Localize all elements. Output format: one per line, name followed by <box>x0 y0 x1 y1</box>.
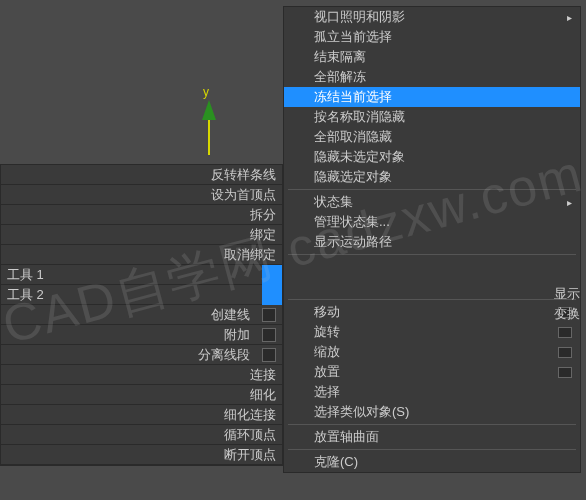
menu-item-hide-selected[interactable]: 隐藏选定对象 <box>284 167 580 187</box>
tool-2-color-swatch[interactable] <box>262 285 282 305</box>
context-menu: 视口照明和阴影 孤立当前选择 结束隔离 全部解冻 冻结当前选择 按名称取消隐藏 … <box>283 6 581 473</box>
menu-item-unhide-by-name[interactable]: 按名称取消隐藏 <box>284 107 580 127</box>
menu-item-freeze-selection[interactable]: 冻结当前选择 <box>284 87 580 107</box>
panel-item-create-line[interactable]: 创建线 <box>1 305 282 325</box>
menu-item-rotate[interactable]: 旋转 <box>284 322 580 342</box>
menu-item-isolate-selection[interactable]: 孤立当前选择 <box>284 27 580 47</box>
menu-item-unhide-all[interactable]: 全部取消隐藏 <box>284 127 580 147</box>
svg-marker-0 <box>202 100 216 120</box>
menu-item-manage-state-sets[interactable]: 管理状态集... <box>284 212 580 232</box>
menu-item-move[interactable]: 移动 <box>284 302 580 322</box>
right-label-column: 显示 变换 <box>547 284 583 324</box>
menu-item-end-isolate[interactable]: 结束隔离 <box>284 47 580 67</box>
menu-item-clone[interactable]: 克隆(C) <box>284 452 580 472</box>
menu-separator-3 <box>288 299 576 300</box>
panel-item-detach-segment[interactable]: 分离线段 <box>1 345 282 365</box>
panel-item-attach[interactable]: 附加 <box>1 325 282 345</box>
panel-item-refine-connect[interactable]: 细化连接 <box>1 405 282 425</box>
panel-item-connect[interactable]: 连接 <box>1 365 282 385</box>
menu-item-place-axis-surface[interactable]: 放置轴曲面 <box>284 427 580 447</box>
menu-item-unfreeze-all[interactable]: 全部解冻 <box>284 67 580 87</box>
place-checkbox-icon[interactable] <box>558 367 572 378</box>
scale-checkbox-icon[interactable] <box>558 347 572 358</box>
panel-tool-row-2[interactable]: 工具 2 <box>1 285 282 305</box>
menu-separator-4 <box>288 424 576 425</box>
axis-y-arrow-icon <box>199 100 219 155</box>
menu-item-viewport-lighting[interactable]: 视口照明和阴影 <box>284 7 580 27</box>
transform-label: 变换 <box>547 304 583 324</box>
menu-item-scale[interactable]: 缩放 <box>284 342 580 362</box>
menu-item-show-motion-paths[interactable]: 显示运动路径 <box>284 232 580 252</box>
panel-tool-row-1[interactable]: 工具 1 <box>1 265 282 285</box>
menu-separator-2 <box>288 254 576 255</box>
menu-separator-1 <box>288 189 576 190</box>
axis-y-label: y <box>203 85 209 99</box>
menu-item-select[interactable]: 选择 <box>284 382 580 402</box>
panel-item-unbind[interactable]: 取消绑定 <box>1 245 282 265</box>
menu-spacer-1 <box>284 257 580 277</box>
panel-item-bind[interactable]: 绑定 <box>1 225 282 245</box>
menu-separator-5 <box>288 449 576 450</box>
panel-item-break-vertex[interactable]: 断开顶点 <box>1 445 282 465</box>
attach-checkbox[interactable] <box>262 328 276 342</box>
menu-item-select-similar[interactable]: 选择类似对象(S) <box>284 402 580 422</box>
detach-checkbox[interactable] <box>262 348 276 362</box>
menu-spacer-2 <box>284 277 580 297</box>
panel-item-make-first-vertex[interactable]: 设为首顶点 <box>1 185 282 205</box>
viewport-axis-gizmo: y <box>195 85 225 155</box>
menu-item-hide-unselected[interactable]: 隐藏未选定对象 <box>284 147 580 167</box>
panel-item-reverse-spline[interactable]: 反转样条线 <box>1 165 282 185</box>
menu-item-state-sets[interactable]: 状态集 <box>284 192 580 212</box>
create-line-checkbox[interactable] <box>262 308 276 322</box>
left-command-panel: 反转样条线 设为首顶点 拆分 绑定 取消绑定 工具 1 工具 2 创建线 附加 … <box>0 164 283 466</box>
panel-item-split[interactable]: 拆分 <box>1 205 282 225</box>
menu-item-place[interactable]: 放置 <box>284 362 580 382</box>
panel-item-cycle-vertex[interactable]: 循环顶点 <box>1 425 282 445</box>
display-label: 显示 <box>547 284 583 304</box>
tool-1-color-swatch[interactable] <box>262 265 282 285</box>
rotate-checkbox-icon[interactable] <box>558 327 572 338</box>
panel-item-refine[interactable]: 细化 <box>1 385 282 405</box>
